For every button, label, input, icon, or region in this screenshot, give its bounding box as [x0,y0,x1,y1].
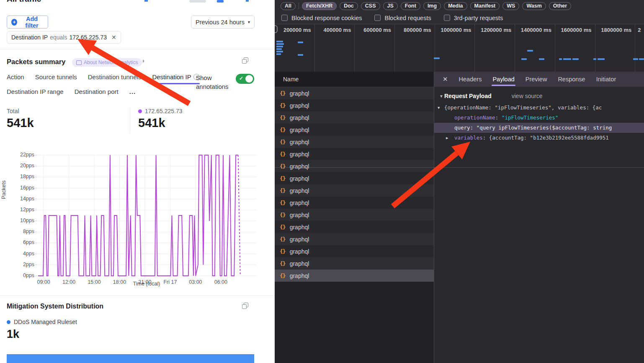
close-icon[interactable]: ✕ [443,75,448,83]
tab-destination-port[interactable]: Destination port [75,88,118,95]
request-row[interactable]: {}graphql [275,160,434,172]
checkbox--rd-party-requests[interactable]: 3rd-party requests [444,15,503,21]
request-row[interactable]: {}graphql [275,233,434,245]
filter-pill-all[interactable]: All [281,2,296,10]
request-name: graphql [290,212,309,218]
filter-pill-manifest[interactable]: Manifest [470,2,500,10]
waterfall-mark [276,41,283,42]
payload-line[interactable]: ▼{operationName: "ipFlowTimeseries", var… [434,103,644,113]
json-request-icon: {} [280,236,286,242]
tab-destination-ip[interactable]: Destination IPi [152,73,199,80]
screenshot-seam [275,167,644,168]
request-name: graphql [290,90,309,97]
y-tick-label: 18pps [15,174,34,179]
tab-destination-ip-range[interactable]: Destination IP range [7,88,64,95]
request-name: graphql [290,272,309,279]
request-row[interactable]: {}graphql [275,197,434,209]
json-request-icon: {} [280,272,286,279]
tab-action[interactable]: Action [7,73,24,80]
request-row[interactable]: {}graphql [275,99,434,111]
y-tick-label: 2pps [15,262,34,267]
filter-pill-media[interactable]: Media [444,2,467,10]
collapse-triangle-icon[interactable]: ▼ [439,94,443,99]
x-tick-label: 06:00 [208,279,233,285]
payload-line[interactable]: operationName: "ipFlowTimeseries" [434,113,644,123]
x-tick-label: Fri 17 [157,279,183,285]
detail-tab-headers[interactable]: Headers [459,72,482,87]
timeline-tick-label: 800000 ms [404,27,431,33]
request-row[interactable]: {}graphql [275,245,434,257]
json-request-icon: {} [280,114,286,121]
y-tick-label: 0pps [15,272,34,278]
payload-line[interactable]: ▶variables: {accountTag: "b12e3b2192ee55… [434,133,644,143]
request-row[interactable]: {}graphql [275,111,434,124]
request-row[interactable]: {}graphql [275,270,434,282]
tab-source-tunnels[interactable]: Source tunnels [35,73,77,80]
json-request-icon: {} [280,90,286,96]
timeline-cell: 1800000 ms [595,24,636,72]
json-request-icon: {} [280,151,286,157]
filter-pill-img[interactable]: Img [423,2,441,10]
timeline-tick-label: 400000 ms [324,27,351,33]
checkbox-box [374,15,381,21]
filter-pill-js[interactable]: JS [383,2,398,10]
request-row[interactable]: {}graphql [275,87,434,99]
json-request-icon: {} [280,163,286,169]
disclosure-triangle-icon[interactable]: ▶ [446,133,448,143]
filter-pill-fetch-xhr[interactable]: Fetch/XHR [302,2,337,10]
payload-segment-string: "ipFlowTimeseries" [502,114,558,121]
detail-tab-initiator[interactable]: Initiator [596,72,616,87]
about-network-analytics-badge[interactable]: About Network Analytics [72,58,142,67]
time-range-dropdown[interactable]: Previous 24 hours ▾ [191,16,255,29]
tab-label: Source tunnels [35,73,77,80]
remove-filter-icon[interactable]: ✕ [111,34,116,41]
add-filter-button[interactable]: + Add filter [7,16,48,29]
divider [0,296,275,296]
y-tick-label: 4pps [15,251,34,257]
expand-panel-icon[interactable] [242,303,248,309]
y-tick-label: 22pps [15,152,34,158]
divider [299,3,299,9]
request-row[interactable]: {}graphql [275,221,434,233]
request-row[interactable]: {}graphql [275,172,434,184]
request-row[interactable]: {}graphql [275,257,434,270]
checkbox-blocked-requests[interactable]: Blocked requests [374,15,431,21]
json-request-icon: {} [280,102,286,109]
network-overview-timeline[interactable]: 200000 ms400000 ms600000 ms800000 ms1000… [275,24,644,72]
filter-pill-ws[interactable]: WS [502,2,519,10]
request-name: graphql [290,151,309,158]
request-row[interactable]: {}graphql [275,209,434,221]
checkbox-blocked-response-cookies[interactable]: Blocked response cookies [281,15,362,21]
show-annotations-toggle[interactable]: ✓ [236,74,254,84]
payload-segment-plain: {operationName: "ipFlowTimeseries", vari… [444,104,602,111]
expand-panel-icon[interactable] [242,57,248,63]
disclosure-triangle-icon[interactable]: ▼ [438,103,440,113]
tab-label: Destination tunnels [88,73,142,80]
detail-tab-payload[interactable]: Payload [492,72,514,87]
timeline-cell: 800000 ms [395,24,435,72]
detail-tab-preview[interactable]: Preview [526,72,547,87]
more-tabs-icon[interactable]: ... [129,88,136,95]
show-annotations-label: Show annotations [196,73,234,91]
filter-pill-wasm[interactable]: Wasm [522,2,546,10]
filter-pill-font[interactable]: Font [401,2,420,10]
request-row[interactable]: {}graphql [275,148,434,160]
filter-value: 172.65.225.73 [69,34,107,41]
waterfall-mark [559,58,562,60]
payload-segment-key: variables [454,135,483,141]
request-row[interactable]: {}graphql [275,124,434,136]
filter-pill-other[interactable]: Other [549,2,571,10]
request-row[interactable]: {}graphql [275,184,434,197]
filter-pill-css[interactable]: CSS [361,2,380,10]
timeline-tick-label: 1800000 ms [601,27,631,33]
name-column-header[interactable]: Name [275,72,434,87]
request-row[interactable]: {}graphql [275,136,434,148]
payload-line[interactable]: query: "query ipFlowTimeseries($accountT… [434,123,644,133]
timeline-tick-label: 1400000 ms [521,27,551,33]
tab-destination-tunnels[interactable]: Destination tunnels [88,73,142,80]
waterfall-mark [633,58,638,60]
view-source-link[interactable]: view source [512,93,543,99]
detail-tab-response[interactable]: Response [558,72,585,87]
clock-icon: ◗ [142,57,145,64]
filter-pill-doc[interactable]: Doc [340,2,358,10]
